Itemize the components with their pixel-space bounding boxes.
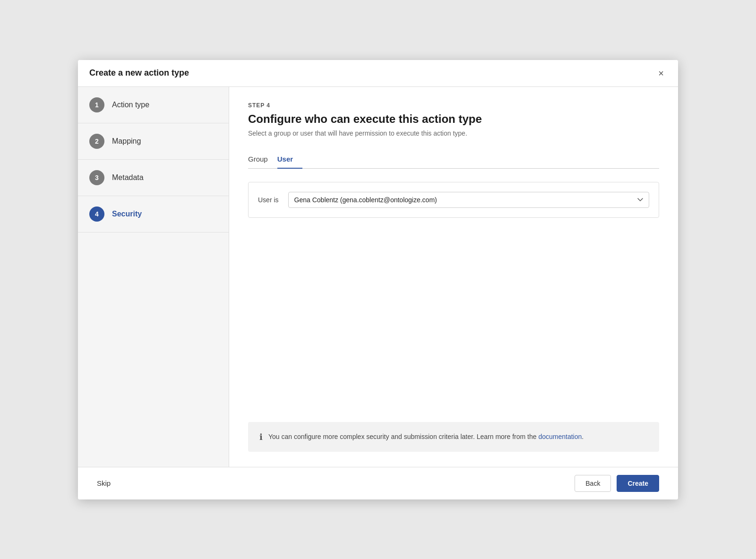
dialog-header: Create a new action type ×	[78, 60, 678, 87]
documentation-link[interactable]: documentation	[538, 433, 582, 440]
tabs: GroupUser	[248, 150, 659, 169]
step-badge-3: 3	[89, 170, 104, 185]
sidebar-step-4[interactable]: 4Security	[78, 196, 229, 232]
info-text: You can configure more complex security …	[268, 431, 584, 442]
step-label-1: Action type	[112, 101, 149, 109]
user-is-row: User is Gena Coblentz (gena.coblentz@ont…	[248, 182, 659, 218]
skip-button[interactable]: Skip	[97, 475, 111, 491]
step-description: Select a group or user that will have pe…	[248, 129, 659, 137]
user-is-label: User is	[258, 196, 279, 204]
info-text-before: You can configure more complex security …	[268, 433, 538, 440]
dialog-footer: Skip Back Create	[78, 467, 678, 499]
back-button[interactable]: Back	[575, 475, 611, 492]
sidebar-step-2[interactable]: 2Mapping	[78, 123, 229, 160]
create-button[interactable]: Create	[617, 475, 659, 492]
close-button[interactable]: ×	[655, 68, 667, 79]
sidebar-step-1[interactable]: 1Action type	[78, 87, 229, 123]
footer-right: Back Create	[575, 475, 659, 492]
info-icon: ℹ	[259, 432, 263, 442]
step-badge-4: 4	[89, 206, 104, 222]
step-label-2: Mapping	[112, 137, 141, 146]
step-badge-1: 1	[89, 97, 104, 112]
dialog-body: 1Action type2Mapping3Metadata4Security S…	[78, 87, 678, 467]
sidebar: 1Action type2Mapping3Metadata4Security	[78, 87, 229, 467]
info-text-after: .	[582, 433, 584, 440]
dialog-title: Create a new action type	[89, 68, 189, 78]
sidebar-step-3[interactable]: 3Metadata	[78, 160, 229, 196]
step-label-4: Security	[112, 210, 142, 218]
dialog: Create a new action type × 1Action type2…	[78, 60, 678, 499]
info-bottom: ℹ You can configure more complex securit…	[248, 422, 659, 467]
step-badge-2: 2	[89, 134, 104, 149]
info-box: ℹ You can configure more complex securit…	[248, 422, 659, 452]
tab-user[interactable]: User	[277, 150, 302, 169]
content-section: STEP 4 Configure who can execute this ac…	[248, 102, 659, 467]
spacer	[248, 229, 659, 422]
user-select[interactable]: Gena Coblentz (gena.coblentz@ontologize.…	[288, 192, 649, 208]
step-indicator: STEP 4	[248, 102, 659, 109]
step-label-3: Metadata	[112, 173, 144, 182]
main-content: STEP 4 Configure who can execute this ac…	[229, 87, 678, 467]
step-heading: Configure who can execute this action ty…	[248, 112, 659, 126]
tab-group[interactable]: Group	[248, 150, 277, 169]
